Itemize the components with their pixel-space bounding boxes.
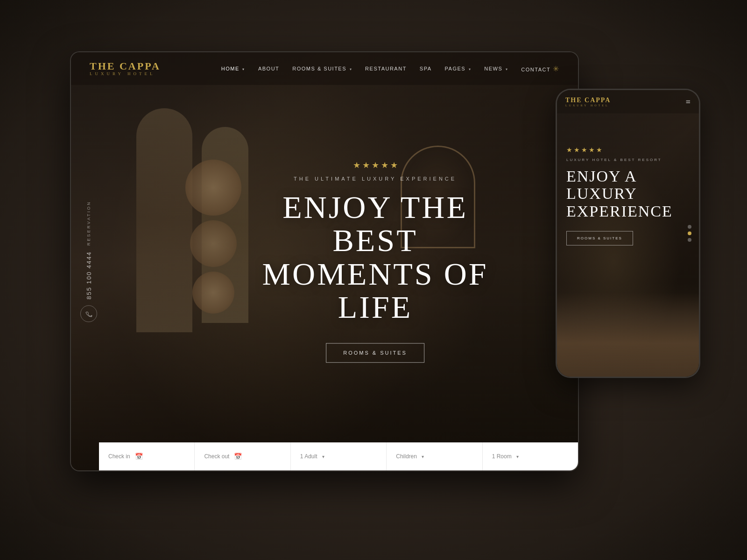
mobile-title-line1: ENJOY A	[566, 168, 637, 185]
star-1: ★	[353, 160, 360, 170]
nav-pages[interactable]: PAGES ▾	[445, 66, 472, 71]
phone-icon[interactable]	[80, 305, 97, 322]
mobile-star-3: ★	[581, 146, 587, 154]
hat-decor-2	[190, 220, 237, 267]
hamburger-icon[interactable]: ≡	[686, 97, 691, 107]
mobile-logo-tagline: LUXURY HOTEL	[565, 104, 686, 107]
adults-field[interactable]: 1 Adult ▾	[291, 442, 387, 470]
mobile-hero-content: ★ ★ ★ ★ ★ LUXURY HOTEL & BEST RESORT ENJ…	[557, 146, 699, 245]
mobile-hero-title: ENJOY A LUXURY EXPERIENCE	[566, 168, 690, 220]
hat-decor-1	[185, 160, 241, 216]
chevron-down-icon: ▾	[469, 67, 472, 71]
mobile-navbar: THE CAPPA LUXURY HOTEL ≡	[557, 90, 699, 113]
wall-panel-left	[136, 108, 192, 332]
nav-contact[interactable]: CONTACT ✳	[521, 64, 559, 73]
nav-home[interactable]: HOME ▾	[221, 66, 245, 71]
chevron-down-icon: ▾	[350, 67, 352, 71]
mobile-stars: ★ ★ ★ ★ ★	[566, 146, 690, 154]
logo-area: THE CAPPA LUXURY HOTEL	[90, 61, 161, 77]
star-2: ★	[362, 160, 370, 170]
desktop-inner: THE CAPPA LUXURY HOTEL HOME ▾ ABOUT ROOM…	[71, 52, 578, 470]
nav-spa[interactable]: SPA	[420, 66, 432, 71]
calendar-icon: 📅	[135, 453, 143, 461]
mobile-bed-area	[557, 283, 699, 377]
room-field[interactable]: 1 Room ▾	[483, 442, 578, 470]
calendar-icon-2: 📅	[234, 453, 242, 461]
checkout-label: Check out	[204, 453, 229, 460]
nav-news[interactable]: NEWS ▾	[484, 66, 508, 71]
mobile-star-2: ★	[574, 146, 580, 154]
mobile-hero-subtitle: LUXURY HOTEL & BEST RESORT	[566, 158, 690, 162]
hero-subtitle: THE ULTIMATE LUXURY EXPERIENCE	[248, 176, 502, 182]
chevron-down-icon: ▾	[242, 67, 245, 71]
hero-title-line1: ENJOY THE BEST	[282, 189, 468, 258]
logo-name[interactable]: THE CAPPA	[90, 61, 161, 72]
scene-container: THE CAPPA LUXURY HOTEL HOME ▾ ABOUT ROOM…	[47, 51, 700, 509]
hero-stars: ★ ★ ★ ★ ★	[248, 160, 502, 170]
hero-cta-button[interactable]: ROOMS & SUITES	[326, 343, 424, 363]
nav-links: HOME ▾ ABOUT ROOMS & SUITES ▾ RESTAURANT…	[221, 64, 559, 73]
adults-label: 1 Adult	[300, 453, 317, 460]
chevron-down-icon: ▾	[506, 67, 508, 71]
room-label: 1 Room	[492, 453, 512, 460]
mobile-cta-button[interactable]: ROOMS & SUITES	[566, 231, 633, 245]
reservation-phone[interactable]: 855 100 4444	[85, 251, 92, 300]
nav-rooms[interactable]: ROOMS & SUITES ▾	[292, 66, 352, 71]
hero-title-line2: MOMENTS OF LIFE	[262, 256, 488, 325]
mobile-star-5: ★	[596, 146, 602, 154]
chevron-down-icon-3: ▾	[516, 454, 519, 459]
mobile-logo-name[interactable]: THE CAPPA	[565, 97, 686, 104]
checkin-label: Check in	[108, 453, 130, 460]
chevron-down-icon: ▾	[322, 454, 324, 459]
star-3: ★	[372, 160, 379, 170]
hero-content: ★ ★ ★ ★ ★ THE ULTIMATE LUXURY EXPERIENCE…	[248, 160, 502, 363]
mobile-logo-area: THE CAPPA LUXURY HOTEL	[565, 97, 686, 107]
nav-restaurant[interactable]: RESTAURANT	[365, 66, 407, 71]
mobile-bed-visual	[557, 293, 699, 377]
children-field[interactable]: Children ▾	[387, 442, 482, 470]
nav-about[interactable]: ABOUT	[258, 66, 279, 71]
mobile-title-line2: LUXURY	[566, 185, 637, 202]
mobile-mockup: THE CAPPA LUXURY HOTEL ≡ ★ ★ ★ ★ ★ LUXUR…	[556, 89, 700, 378]
desktop-mockup: THE CAPPA LUXURY HOTEL HOME ▾ ABOUT ROOM…	[70, 51, 579, 471]
children-label: Children	[396, 453, 417, 460]
reservation-label: RESERVATION	[86, 201, 91, 245]
chevron-down-icon-2: ▾	[422, 454, 424, 459]
side-reservation: RESERVATION 855 100 4444	[80, 201, 97, 322]
asterisk-icon: ✳	[553, 65, 560, 73]
mobile-star-4: ★	[589, 146, 595, 154]
checkout-field[interactable]: Check out 📅	[195, 442, 290, 470]
logo-tagline: LUXURY HOTEL	[90, 72, 161, 77]
mobile-inner: THE CAPPA LUXURY HOTEL ≡ ★ ★ ★ ★ ★ LUXUR…	[557, 90, 699, 377]
checkin-field[interactable]: Check in 📅	[99, 442, 195, 470]
hero-title: ENJOY THE BEST MOMENTS OF LIFE	[248, 191, 502, 324]
booking-bar: Check in 📅 Check out 📅 1 Adult ▾ Childre…	[99, 442, 578, 470]
star-4: ★	[381, 160, 388, 170]
navbar: THE CAPPA LUXURY HOTEL HOME ▾ ABOUT ROOM…	[71, 52, 578, 85]
hat-decor-3	[192, 272, 234, 314]
mobile-title-line3: EXPERIENCE	[566, 203, 673, 220]
star-5: ★	[390, 160, 398, 170]
mobile-star-1: ★	[566, 146, 572, 154]
